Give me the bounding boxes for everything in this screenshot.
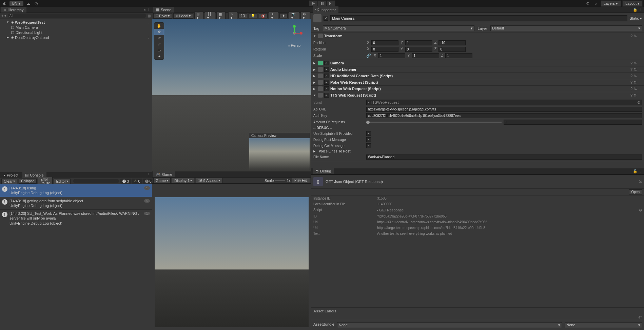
expand-arrow-icon[interactable]: ▼ <box>313 35 317 38</box>
preset-icon[interactable]: ⇅ <box>634 93 637 98</box>
panel-ctx-icon[interactable]: ⋮ <box>147 173 151 177</box>
help-icon[interactable]: ? <box>630 80 632 85</box>
scale-z-input[interactable] <box>445 53 472 58</box>
inspector-tab[interactable]: ⓘInspector <box>313 6 338 13</box>
api-url-input[interactable] <box>366 107 642 112</box>
scale-y-input[interactable] <box>412 53 439 58</box>
move-tool[interactable]: ✥ <box>154 29 164 35</box>
ctx-menu-icon[interactable]: ⋮ <box>638 74 642 78</box>
tag-dropdown[interactable]: MainCamera▾ <box>323 25 474 31</box>
rotate-tool[interactable]: ⟳ <box>154 35 164 41</box>
ctx-menu-icon[interactable]: ⋮ <box>638 34 642 38</box>
history-icon[interactable]: ◷ <box>33 1 40 6</box>
label-icon[interactable]: 🏷 <box>638 315 642 319</box>
scene-ctx-icon[interactable]: ⋮ <box>147 20 151 24</box>
undo-history-icon[interactable]: ⟲ <box>584 1 591 6</box>
gameobject-name-input[interactable] <box>330 15 627 21</box>
help-icon[interactable]: ? <box>630 93 632 98</box>
visibility-toggle-icon[interactable]: 👁 <box>279 13 288 18</box>
scale-slider[interactable] <box>275 180 285 181</box>
preset-icon[interactable]: ⇅ <box>634 61 637 65</box>
persp-label[interactable]: ≡ Persp <box>284 43 305 47</box>
project-tab[interactable]: ▪Project <box>1 172 21 178</box>
hand-tool[interactable]: ✋ <box>154 23 164 29</box>
debug-tab[interactable]: ☢Debug <box>313 168 334 174</box>
preset-icon[interactable]: ⇅ <box>634 67 637 72</box>
panel-ctx-icon[interactable]: ⋮ <box>639 7 643 12</box>
notion-web-header[interactable]: ▶Notion Web Request (Script)?⇅⋮ <box>311 86 644 92</box>
scene-root[interactable]: ▼ ◈ WebRequestTest ⋮ <box>0 20 152 25</box>
scale-x-input[interactable] <box>378 53 405 58</box>
panel-add-icon[interactable]: ◂ <box>143 7 145 12</box>
debug-post-checkbox[interactable] <box>366 137 371 142</box>
play-button[interactable] <box>309 0 318 6</box>
scene-viewport[interactable]: ✋ ✥ ⟳ ⤢ ▭ ✦ ≡ Persp Camera Preview <box>152 19 311 171</box>
console-message[interactable]: ! [14:43:18] getting data from scriptabl… <box>0 197 152 210</box>
warn-count-toggle[interactable]: ⚠0 <box>132 179 142 184</box>
account-dropdown[interactable]: BN ▾ <box>9 1 23 6</box>
enable-checkbox[interactable] <box>324 86 329 91</box>
rect-tool[interactable]: ▭ <box>154 47 164 53</box>
assetbundle-variant-dropdown[interactable]: None▾ <box>565 322 642 328</box>
camera-header[interactable]: ▶Camera?⇅⋮ <box>311 60 644 66</box>
ctx-menu-icon[interactable]: ⋮ <box>638 80 642 85</box>
help-icon[interactable]: ? <box>630 61 632 65</box>
console-message[interactable]: ! [14:43:18] usingUnityEngine.Debug:Log … <box>0 184 152 197</box>
tts-web-header[interactable]: ▼TTS Web Request (Script)?⇅⋮ <box>311 92 644 98</box>
rot-z-input[interactable] <box>438 47 466 52</box>
preset-icon[interactable]: ⇅ <box>634 34 637 38</box>
poke-web-header[interactable]: ▶Poke Web Request (Script)?⇅⋮ <box>311 79 644 85</box>
enable-checkbox[interactable] <box>324 93 329 98</box>
constrain-icon[interactable]: 🔗 <box>366 54 371 58</box>
collapse-toggle[interactable]: Collapse <box>19 179 37 184</box>
unity-logo-icon[interactable]: ◐ <box>1 1 8 6</box>
editor-dropdown[interactable]: Editor ▾ <box>54 179 71 184</box>
use-scriptable-checkbox[interactable] <box>366 131 371 136</box>
scale-tool[interactable]: ⤢ <box>154 41 164 47</box>
script-field[interactable]: ▪ TTSWebRequest⊙ <box>366 100 642 105</box>
assetbundle-dropdown[interactable]: None▾ <box>337 322 562 328</box>
lock-icon[interactable]: 🔒 <box>633 169 638 173</box>
ctx-menu-icon[interactable]: ⋮ <box>638 67 642 72</box>
enable-checkbox[interactable] <box>324 80 329 85</box>
amount-input[interactable] <box>504 120 642 125</box>
clear-button[interactable]: Clear ▾ <box>1 179 17 184</box>
layers-dropdown[interactable]: Layers ▾ <box>601 0 621 7</box>
rot-x-input[interactable] <box>371 47 398 52</box>
preset-icon[interactable]: ⇅ <box>634 87 637 91</box>
pos-x-input[interactable] <box>371 40 398 45</box>
ctx-menu-icon[interactable]: ⋮ <box>638 87 642 91</box>
static-dropdown[interactable]: Static ▾ <box>629 16 642 21</box>
layout-dropdown[interactable]: Layout ▾ <box>622 0 643 7</box>
help-icon[interactable]: ? <box>630 87 632 91</box>
scene-ctx-icon[interactable]: ⋮ <box>147 35 151 40</box>
hd-camera-header[interactable]: ▶HD Additional Camera Data (Script)?⇅⋮ <box>311 73 644 79</box>
hierarchy-item-main-camera[interactable]: ▢Main Camera <box>0 25 152 30</box>
display-dropdown[interactable]: Display 1 ▾ <box>172 178 194 183</box>
scene-tab[interactable]: ▦Scene <box>153 7 174 13</box>
search-icon[interactable]: ⌕ <box>592 1 599 6</box>
step-button[interactable] <box>327 0 335 6</box>
game-tab[interactable]: 🎮Game <box>153 171 175 177</box>
dontdestroy-root[interactable]: ▶ ◈ DontDestroyOnLoad ⋮ <box>0 35 152 40</box>
hierarchy-item-directional-light[interactable]: ▢Directional Light <box>0 30 152 35</box>
hierarchy-filter-icon[interactable]: ▤ <box>148 14 151 18</box>
preset-icon[interactable]: ⇅ <box>634 74 637 78</box>
info-count-toggle[interactable]: !3 <box>120 179 131 184</box>
game-mode-dropdown[interactable]: Game ▾ <box>153 178 171 183</box>
transform-header[interactable]: ▼ Transform ?⇅⋮ <box>311 33 644 39</box>
debug-script-field[interactable]: ▪ GETResponse⊙ <box>377 208 642 212</box>
lighting-toggle-icon[interactable]: 💡 <box>249 13 257 18</box>
expand-arrow-icon[interactable]: ▼ <box>6 21 9 24</box>
help-icon[interactable]: ? <box>630 74 632 78</box>
ctx-menu-icon[interactable]: ⋮ <box>638 61 642 65</box>
file-name-input[interactable] <box>366 154 642 160</box>
2d-toggle[interactable]: 2D <box>238 13 248 18</box>
hierarchy-tab[interactable]: ≡Hierarchy <box>1 7 26 13</box>
enable-checkbox[interactable] <box>324 61 329 65</box>
audio-toggle-icon[interactable]: 🔇 <box>259 13 268 18</box>
pos-y-input[interactable] <box>405 40 432 45</box>
panel-ctx-icon[interactable]: ⋮ <box>147 7 151 12</box>
lock-icon[interactable]: 🔒 <box>633 7 638 12</box>
active-checkbox[interactable] <box>324 16 328 21</box>
